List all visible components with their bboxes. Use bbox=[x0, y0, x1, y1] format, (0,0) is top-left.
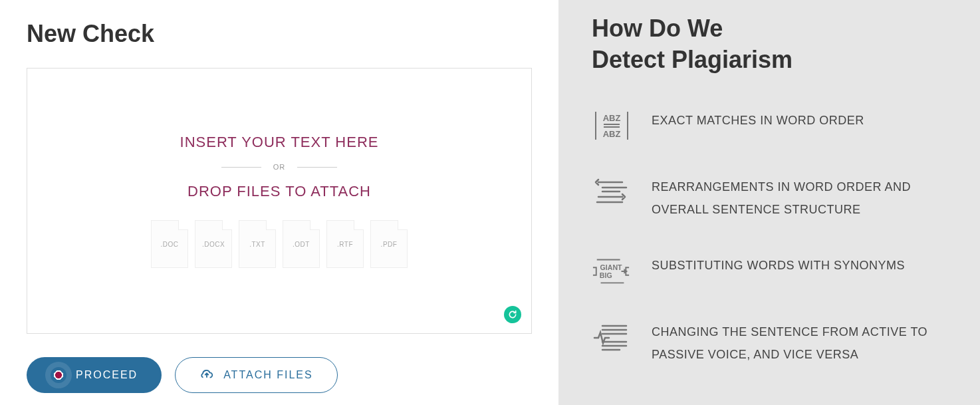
feature-row: ABZABZ EXACT MATCHES IN WORD ORDER bbox=[592, 109, 947, 142]
feature-row: CHANGING THE SENTENCE FROM ACTIVE TO PAS… bbox=[592, 321, 947, 366]
svg-text:GIANT: GIANT bbox=[600, 263, 623, 271]
svg-text:ABZ: ABZ bbox=[603, 129, 621, 139]
rearrange-icon bbox=[592, 176, 632, 209]
feature-text: REARRANGEMENTS IN WORD ORDER AND OVERALL… bbox=[652, 176, 947, 221]
buttons-row: PROCEED ATTACH FILES bbox=[27, 357, 532, 393]
voice-change-icon bbox=[592, 321, 632, 354]
file-type-chip: .RTF bbox=[326, 220, 364, 268]
feature-row: REARRANGEMENTS IN WORD ORDER AND OVERALL… bbox=[592, 176, 947, 221]
svg-text:BIG: BIG bbox=[600, 271, 612, 279]
insert-text-label: INSERT YOUR TEXT HERE bbox=[180, 134, 379, 151]
file-type-chip: .ODT bbox=[283, 220, 320, 268]
feature-row: GIANTBIG SUBSTITUTING WORDS WITH SYNONYM… bbox=[592, 254, 947, 287]
divider-text: OR bbox=[273, 163, 286, 171]
attach-files-button[interactable]: ATTACH FILES bbox=[175, 357, 338, 393]
attach-label: ATTACH FILES bbox=[223, 369, 313, 381]
file-type-chip: .DOC bbox=[151, 220, 188, 268]
divider-line-right bbox=[297, 167, 337, 168]
feature-text: EXACT MATCHES IN WORD ORDER bbox=[652, 109, 864, 132]
right-panel: How Do WeDetect Plagiarism ABZABZ EXACT … bbox=[558, 0, 980, 405]
file-type-chip: .TXT bbox=[239, 220, 276, 268]
proceed-label: PROCEED bbox=[76, 369, 138, 381]
record-icon bbox=[51, 367, 66, 383]
file-type-chip: .DOCX bbox=[195, 220, 232, 268]
feature-text: CHANGING THE SENTENCE FROM ACTIVE TO PAS… bbox=[652, 321, 947, 366]
divider: OR bbox=[221, 163, 338, 171]
svg-text:ABZ: ABZ bbox=[603, 113, 621, 123]
text-drop-zone[interactable]: INSERT YOUR TEXT HERE OR DROP FILES TO A… bbox=[27, 68, 532, 334]
proceed-button[interactable]: PROCEED bbox=[27, 357, 162, 393]
left-panel: New Check INSERT YOUR TEXT HERE OR DROP … bbox=[0, 0, 558, 405]
drop-files-label: DROP FILES TO ATTACH bbox=[187, 183, 371, 200]
page-title: New Check bbox=[27, 20, 532, 48]
grammarly-icon[interactable] bbox=[504, 306, 521, 323]
divider-line-left bbox=[221, 167, 261, 168]
feature-text: SUBSTITUTING WORDS WITH SYNONYMS bbox=[652, 254, 905, 277]
file-types-list: .DOC .DOCX .TXT .ODT .RTF .PDF bbox=[151, 220, 408, 268]
synonym-icon: GIANTBIG bbox=[592, 254, 632, 287]
file-type-chip: .PDF bbox=[370, 220, 408, 268]
abz-match-icon: ABZABZ bbox=[592, 109, 632, 142]
cloud-upload-icon bbox=[199, 368, 214, 382]
sidebar-title: How Do WeDetect Plagiarism bbox=[592, 13, 947, 76]
